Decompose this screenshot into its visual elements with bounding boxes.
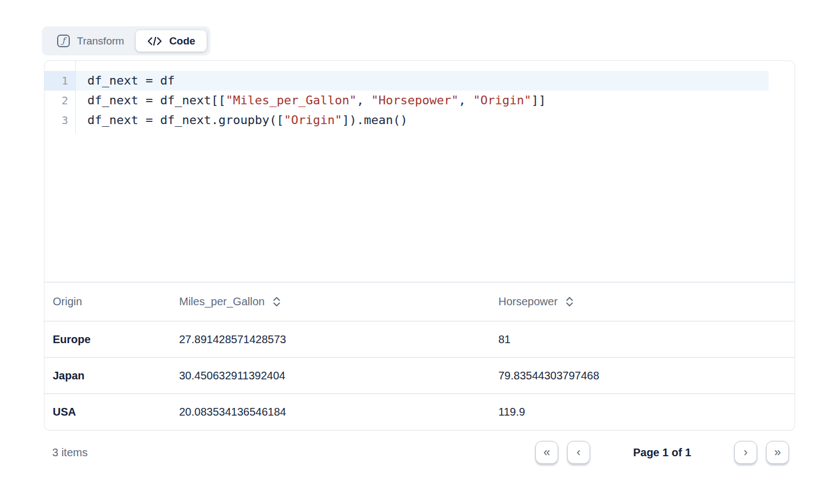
code-line-2: df_next = df_next[["Miles_per_Gallon", "… — [76, 91, 795, 110]
table-row: Europe 27.891428571428573 81 — [45, 321, 795, 357]
pagination: « ‹ Page 1 of 1 › » — [535, 441, 795, 464]
code-token: df_next = df — [87, 74, 175, 87]
table-header-row: Origin Miles_per_Gallon H — [45, 283, 795, 321]
code-token: df_next = df_next[[ — [87, 93, 226, 107]
code-editor-content: 1 2 3 df_next = df df_next = df_next[["M… — [45, 61, 795, 133]
sort-icon[interactable] — [273, 296, 281, 307]
cell-horsepower: 79.83544303797468 — [498, 357, 795, 394]
double-chevron-left-icon: « — [543, 446, 550, 458]
line-number: 3 — [45, 110, 75, 130]
column-label: Origin — [53, 295, 82, 307]
column-header-miles-per-gallon[interactable]: Miles_per_Gallon — [179, 283, 498, 321]
column-label: Miles_per_Gallon — [179, 295, 265, 308]
code-token: , — [357, 93, 371, 107]
code-token: ]] — [531, 93, 546, 107]
string-token: "Miles_per_Gallon" — [226, 93, 357, 107]
cell-horsepower: 81 — [498, 321, 795, 357]
code-brackets-icon — [147, 36, 162, 47]
line-number: 2 — [45, 91, 75, 110]
last-page-button[interactable]: » — [766, 441, 789, 464]
first-page-button[interactable]: « — [535, 441, 558, 464]
code-line-1: df_next = df — [76, 71, 769, 91]
code-token: , — [459, 93, 474, 107]
line-number: 1 — [45, 71, 75, 91]
column-label: Horsepower — [498, 295, 558, 308]
function-icon: ƒ — [57, 35, 70, 47]
tab-transform-label: Transform — [77, 35, 124, 47]
string-token: "Origin" — [284, 113, 342, 127]
next-page-button[interactable]: › — [734, 441, 757, 464]
cell-origin: Japan — [45, 357, 179, 394]
cell-miles-per-gallon: 20.083534136546184 — [179, 394, 498, 430]
cell-miles-per-gallon: 27.891428571428573 — [179, 321, 498, 357]
tab-transform[interactable]: ƒ Transform — [46, 30, 136, 52]
column-header-horsepower[interactable]: Horsepower — [498, 283, 795, 321]
result-table: Origin Miles_per_Gallon H — [45, 283, 795, 430]
view-mode-tabs: ƒ Transform Code — [42, 26, 210, 55]
code-token: ]).mean() — [342, 113, 408, 127]
table-footer: 3 items « ‹ Page 1 of 1 › » — [44, 441, 795, 464]
transform-panel: 1 2 3 df_next = df df_next = df_next[["M… — [44, 60, 795, 430]
code-editor[interactable]: 1 2 3 df_next = df df_next = df_next[["M… — [45, 61, 795, 282]
tab-code-label: Code — [169, 35, 196, 47]
cell-miles-per-gallon: 30.450632911392404 — [179, 357, 498, 394]
code-token: df_next = df_next.groupby([ — [87, 113, 284, 127]
string-token: "Origin" — [473, 93, 531, 107]
result-table-section: Origin Miles_per_Gallon H — [45, 282, 795, 430]
code-lines: df_next = df df_next = df_next[["Miles_p… — [76, 61, 795, 133]
line-number-gutter: 1 2 3 — [45, 61, 76, 133]
cell-origin: USA — [45, 394, 179, 430]
table-row: USA 20.083534136546184 119.9 — [45, 394, 795, 430]
page-indicator: Page 1 of 1 — [599, 446, 725, 459]
table-row: Japan 30.450632911392404 79.835443037974… — [45, 357, 795, 394]
sort-icon[interactable] — [565, 296, 574, 307]
double-chevron-right-icon: » — [774, 446, 781, 458]
code-line-3: df_next = df_next.groupby(["Origin"]).me… — [76, 110, 795, 130]
chevron-left-icon: ‹ — [576, 446, 580, 458]
prev-page-button[interactable]: ‹ — [567, 441, 590, 464]
cell-horsepower: 119.9 — [498, 394, 795, 430]
column-header-origin: Origin — [45, 283, 179, 321]
items-count: 3 items — [44, 446, 87, 459]
tab-code[interactable]: Code — [136, 30, 207, 52]
string-token: "Horsepower" — [371, 93, 459, 107]
cell-origin: Europe — [45, 321, 179, 357]
chevron-right-icon: › — [743, 446, 747, 458]
